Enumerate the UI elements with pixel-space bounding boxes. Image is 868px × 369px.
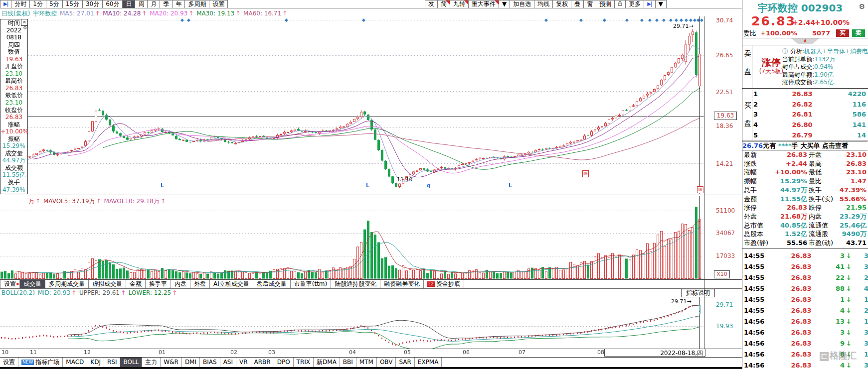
indicator-tab[interactable]: SAR (396, 358, 414, 367)
indicator-tab[interactable]: ARBR (251, 358, 274, 367)
tool-button[interactable]: 预测 (596, 0, 615, 8)
volume-tab[interactable]: 外盘 (190, 280, 210, 288)
period-tab[interactable]: 60分 (103, 0, 123, 8)
indicator-tab[interactable]: BIAS (200, 358, 220, 367)
tool-button[interactable]: 叠 (571, 0, 584, 8)
lock-icon[interactable] (615, 0, 626, 8)
gear-icon[interactable]: ⚙ (23, 25, 27, 30)
period-tab[interactable]: 分时 (11, 0, 30, 8)
sell-button[interactable]: 卖 (852, 29, 865, 37)
volume-tab[interactable]: AI立桩成交量 (210, 280, 253, 288)
indicator-tab[interactable]: BOLL (120, 358, 142, 367)
event-diamond-icon[interactable]: ◆ (579, 17, 583, 22)
period-tab[interactable]: 15分 (63, 0, 83, 8)
indicator-tab[interactable]: MACD (63, 358, 87, 367)
tool-button[interactable]: 均线 (534, 0, 553, 8)
indicator-tab[interactable]: MTM (356, 358, 377, 367)
volume-tab[interactable]: 内盘 (171, 280, 190, 288)
volume-tab[interactable]: 换手率 (146, 280, 171, 288)
event-diamond-icon[interactable]: ◆ (625, 17, 629, 22)
event-diamond-icon[interactable]: ◆ (685, 17, 688, 22)
event-diamond-icon[interactable]: ◆ (603, 17, 606, 22)
indicator-help-button[interactable]: 指标说明 (681, 289, 715, 297)
collapse-handle[interactable]: ∧ (791, 38, 819, 44)
period-tab[interactable]: 30分 (83, 0, 103, 8)
event-diamond-icon[interactable]: ◆ (180, 17, 184, 22)
volume-tab[interactable]: 市盈率(ttm) (291, 280, 331, 288)
tool-button[interactable]: 简 (438, 0, 450, 8)
tool-button[interactable]: 九转 (450, 0, 469, 8)
period-tab[interactable]: 多周期 (185, 0, 209, 8)
volume-tab[interactable]: 盘后成交量 (253, 280, 291, 288)
event-diamond-icon[interactable]: ◆ (187, 17, 190, 22)
event-diamond-icon[interactable]: ◆ (655, 17, 659, 22)
main-chart-canvas[interactable] (0, 16, 704, 194)
tick-price: 26.83 (786, 327, 816, 338)
indicator-tab[interactable]: 设置 (0, 358, 18, 367)
period-tab[interactable]: 季 (160, 0, 173, 8)
event-diamond-icon[interactable]: ◆ (544, 17, 548, 22)
period-tab[interactable]: 5分 (46, 0, 63, 8)
boll-canvas[interactable] (0, 297, 704, 349)
event-diamond-icon[interactable]: ◆ (285, 17, 288, 22)
event-diamond-icon[interactable]: ◆ (669, 17, 673, 22)
volume-tab[interactable]: 设置 (0, 280, 20, 288)
indicator-tab[interactable]: VR (236, 358, 251, 367)
jump-to-latest-icon[interactable]: ▶| (0, 0, 11, 8)
volume-tab[interactable]: 虚拟成交量 (89, 280, 126, 288)
event-diamond-icon[interactable]: ◆ (675, 17, 678, 22)
volume-tab[interactable]: 融资融券变化 (380, 280, 424, 288)
volume-tab[interactable]: 金额 (126, 280, 146, 288)
indicator-tab[interactable]: TRIX (294, 358, 314, 367)
event-diamond-icon[interactable]: ◆ (362, 17, 365, 22)
big-order-alert[interactable]: 26.76元有 ****手 大买单 点击查看 (742, 141, 868, 150)
indicator-tab[interactable]: BBI (340, 358, 356, 367)
tool-button[interactable]: ▼ (499, 0, 510, 8)
indicator-tab[interactable]: ASI (220, 358, 236, 367)
event-diamond-icon[interactable]: ◆ (648, 17, 652, 22)
exright-icon[interactable]: 除 (582, 170, 589, 177)
event-diamond-icon[interactable]: ◆ (696, 17, 700, 22)
period-tab[interactable]: 日 (123, 0, 135, 8)
period-tab[interactable]: 周 (135, 0, 148, 8)
volume-tab[interactable]: 陆股通持股变化 (331, 280, 380, 288)
indicator-tab[interactable]: RSI (104, 358, 121, 367)
period-tab[interactable]: 年 (173, 0, 185, 8)
event-diamond-icon[interactable]: ◆ (662, 17, 666, 22)
tool-button[interactable]: 窗 (584, 0, 596, 8)
indicator-tab[interactable]: OBV (377, 358, 396, 367)
volume-tab[interactable]: L2资金抄底 (424, 280, 464, 288)
tool-button[interactable]: 加自选 (510, 0, 534, 8)
period-tab[interactable]: 设置 (209, 0, 228, 8)
tool-button[interactable]: ▼ (656, 0, 667, 8)
event-diamond-icon[interactable]: ◆ (693, 17, 696, 22)
indicator-tab[interactable]: KDJ (87, 358, 104, 367)
indicator-tab[interactable]: NEW指标广场 (18, 358, 63, 367)
volume-tab[interactable]: 成交量 (20, 280, 45, 288)
indicator-tab[interactable]: 主力 (142, 358, 161, 367)
indicator-tab[interactable]: EXPMA (415, 358, 442, 367)
event-diamond-icon[interactable]: ◆ (700, 17, 703, 22)
tool-button[interactable]: 更多 (626, 0, 644, 8)
gear-icon[interactable]: ⚙ (859, 2, 865, 10)
period-tab[interactable]: 月 (148, 0, 160, 8)
month-label: 11 (30, 349, 37, 356)
event-diamond-icon[interactable]: ◆ (640, 17, 644, 22)
exright-icon[interactable]: 除 (697, 186, 703, 193)
event-diamond-icon[interactable]: ◆ (680, 17, 683, 22)
tool-button[interactable]: 发 (425, 0, 438, 8)
order-volume: 4220 (848, 89, 866, 99)
volume-tab[interactable]: 多周期成交量 (45, 280, 89, 288)
tool-button[interactable]: 重大事件 (469, 0, 499, 8)
indicator-tab[interactable]: W&R (161, 358, 182, 367)
period-tab[interactable]: 1分 (30, 0, 46, 8)
event-diamond-icon[interactable]: ◆ (689, 17, 693, 22)
jump-icon[interactable]: ▶| (644, 0, 655, 8)
indicator-tab[interactable]: DMI (182, 358, 200, 367)
indicator-tab[interactable]: 新DMA (314, 358, 340, 367)
ma-header-text: MA20: 20.93 (150, 10, 187, 17)
indicator-tab[interactable]: DPO (274, 358, 294, 367)
buy-button[interactable]: 买 (836, 29, 849, 37)
volume-canvas[interactable] (0, 196, 704, 280)
tool-button[interactable]: 复权 (553, 0, 571, 8)
